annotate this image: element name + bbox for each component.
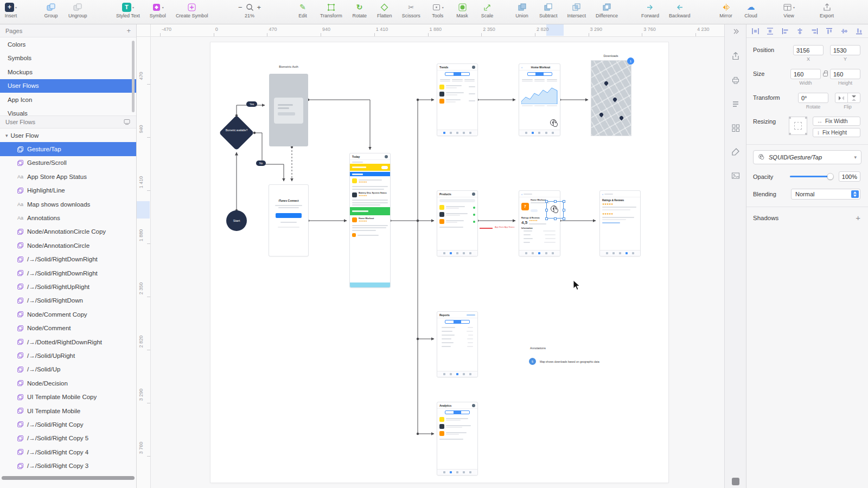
layer-item-app-store-app-status[interactable]: AaApp Store App Status xyxy=(0,170,136,183)
page-item-visuals[interactable]: Visuals xyxy=(0,107,136,116)
vertical-ruler[interactable]: 4709401 4101 8802 3502 8203 2903 760 xyxy=(137,37,151,488)
flip-vertical-button[interactable] xyxy=(847,93,860,103)
zoom-in-button[interactable]: + xyxy=(256,3,263,11)
symbol-button[interactable]: ▾ Symbol xyxy=(150,2,166,18)
lock-icon[interactable] xyxy=(823,73,828,76)
layers-scrollbar[interactable] xyxy=(2,476,135,480)
stepper-icon[interactable] xyxy=(851,190,859,198)
transform-button[interactable]: Transform xyxy=(320,2,342,18)
layer-item-solid-rightdownright[interactable]: /→/Solid/RightDownRight xyxy=(0,266,136,280)
symbol-select[interactable]: SQUID/Gesture/Tap ▾ xyxy=(753,150,861,164)
slider-knob[interactable] xyxy=(827,174,833,179)
ungroup-button[interactable]: Ungroup xyxy=(68,2,87,18)
create-symbol-button[interactable]: Create Symbol xyxy=(176,2,208,18)
add-shadow-button[interactable]: + xyxy=(856,213,860,222)
tools-button[interactable]: ▾ Tools xyxy=(430,2,445,18)
page-item-user-flows[interactable]: User Flows xyxy=(0,79,136,93)
page-item-app-icon[interactable]: App Icon xyxy=(0,93,136,107)
add-page-button[interactable]: + xyxy=(126,27,131,35)
height-input[interactable]: 160 xyxy=(830,69,860,79)
mirror-button[interactable]: Mirror xyxy=(718,2,733,18)
page-item-mockups[interactable]: Mockups xyxy=(0,65,136,79)
collapse-panel-icon[interactable] xyxy=(725,24,746,38)
layer-item-solid-rightupright[interactable]: /→/Solid/RightUpRight xyxy=(0,280,136,293)
annotation-badge[interactable]: 5 xyxy=(529,358,536,365)
layer-item-highlight-line[interactable]: Highlight/Line xyxy=(0,184,136,197)
scale-button[interactable]: Scale xyxy=(480,2,495,18)
horizontal-ruler[interactable]: -47004709401 4101 8802 3502 8203 2903 76… xyxy=(151,24,724,37)
mockup-analytics[interactable]: Analytics xyxy=(437,402,477,475)
layer-item-solid-up[interactable]: /→/Solid/Up xyxy=(0,363,136,376)
layer-item-node-annotationcircle[interactable]: Node/AnnotationCircle xyxy=(0,239,136,252)
layer-item-solid-upright[interactable]: /→/Solid/UpRight xyxy=(0,349,136,362)
align-center-horizontal-icon[interactable] xyxy=(796,27,804,35)
layer-item-user-flow[interactable]: ▾User Flow xyxy=(0,129,136,142)
layer-item-solid-right-copy[interactable]: /→/Solid/Right Copy xyxy=(0,418,136,431)
fix-width-button[interactable]: ↔Fix Width xyxy=(813,117,860,126)
export-button[interactable]: Export xyxy=(819,2,834,18)
subtract-button[interactable]: Subtract xyxy=(539,2,558,18)
disclosure-triangle-icon[interactable]: ▾ xyxy=(5,133,8,138)
canvas-area[interactable]: -47004709401 4101 8802 3502 8203 2903 76… xyxy=(137,24,724,488)
rotate-input[interactable]: 0° xyxy=(798,93,828,103)
width-input[interactable]: 160 xyxy=(790,69,821,79)
downloads-badge[interactable]: 1 xyxy=(627,57,634,65)
edit-button[interactable]: ✎ Edit xyxy=(295,2,310,18)
zoom-out-button[interactable]: − xyxy=(237,3,244,11)
page-item-symbols[interactable]: Symbols xyxy=(0,52,136,66)
opacity-value[interactable]: 100% xyxy=(839,171,860,182)
layer-item-annotations[interactable]: AaAnnotations xyxy=(0,211,136,224)
layer-item-node-decision[interactable]: Node/Decision xyxy=(0,376,136,390)
gesture-tap-icon[interactable] xyxy=(550,204,560,215)
align-right-icon[interactable] xyxy=(810,27,819,35)
union-button[interactable]: Union xyxy=(514,2,529,18)
mockup-products[interactable]: Products xyxy=(437,191,477,256)
gesture-tap-icon[interactable] xyxy=(549,118,560,129)
align-middle-icon[interactable] xyxy=(840,27,848,35)
layer-item-node-comment[interactable]: Node/Comment xyxy=(0,321,136,335)
flatten-button[interactable]: Flatten xyxy=(377,2,392,18)
resizing-anchor-control[interactable] xyxy=(789,117,807,135)
layer-item-gesture-tap[interactable]: Gesture/Tap xyxy=(0,142,136,156)
styled-text-button[interactable]: T▾ Styled Text xyxy=(116,2,140,18)
insert-button[interactable]: +▾ Insert xyxy=(3,2,18,18)
cloud-button[interactable]: ☁ Cloud xyxy=(743,2,758,18)
mockup-trends[interactable]: Trends xyxy=(437,64,477,136)
opacity-slider[interactable] xyxy=(790,176,833,177)
mask-button[interactable]: Mask xyxy=(455,2,470,18)
canvas-content[interactable]: Biometric Auth Biometric available? Yes … xyxy=(151,37,724,488)
flip-horizontal-button[interactable] xyxy=(835,93,848,103)
mockup-downloads-map[interactable]: 1 xyxy=(591,61,631,136)
distribute-horizontal-icon[interactable] xyxy=(751,27,760,35)
print-icon[interactable] xyxy=(725,71,746,89)
group-button[interactable]: Group xyxy=(43,2,59,18)
flow-node-start[interactable]: Start xyxy=(226,210,247,231)
list-icon[interactable] xyxy=(725,95,746,113)
components-icon[interactable] xyxy=(725,119,746,137)
mockup-today[interactable]: Today ★★★★★ Battery Disc System Status★★… xyxy=(350,153,390,287)
position-y-input[interactable]: 1530 xyxy=(830,45,860,55)
backward-button[interactable]: Backward xyxy=(669,2,691,18)
mockup-itunes-connect[interactable]: iTunes Connect xyxy=(269,185,308,256)
position-x-input[interactable]: 3156 xyxy=(793,45,824,55)
align-left-icon[interactable] xyxy=(781,27,789,35)
layer-item-solid-rightdownright[interactable]: /→/Solid/RightDownRight xyxy=(0,253,136,266)
no-pill[interactable]: No xyxy=(256,160,266,166)
vector-pen-icon[interactable] xyxy=(725,143,746,161)
mockup-ratings-reviews[interactable]: ‹ Ratings & Reviews ★★★★★ ★★★★★ xyxy=(600,191,640,256)
mockup-reports[interactable]: Reports xyxy=(437,312,477,377)
layer-item-node-comment-copy[interactable]: Node/Comment Copy xyxy=(0,307,136,321)
intersect-button[interactable]: Intersect xyxy=(567,2,586,18)
view-button[interactable]: ▾ View xyxy=(781,2,796,18)
layer-item-solid-right-copy-5[interactable]: /→/Solid/Right Copy 5 xyxy=(0,432,136,445)
forward-button[interactable]: Forward xyxy=(641,2,659,18)
layer-item-gesture-scroll[interactable]: Gesture/Scroll xyxy=(0,156,136,170)
difference-button[interactable]: Difference xyxy=(596,2,618,18)
share-icon[interactable] xyxy=(725,47,746,66)
page-item-colors[interactable]: Colors xyxy=(0,37,136,52)
layer-item-map-shows-downloads[interactable]: AaMap shows downloads xyxy=(0,197,136,211)
panel-scroll-handle[interactable] xyxy=(732,478,739,485)
layer-item-solid-rightdown[interactable]: /→/Solid/RightDown xyxy=(0,294,136,307)
pages-scrollbar[interactable] xyxy=(132,41,135,112)
align-bottom-icon[interactable] xyxy=(855,27,863,35)
